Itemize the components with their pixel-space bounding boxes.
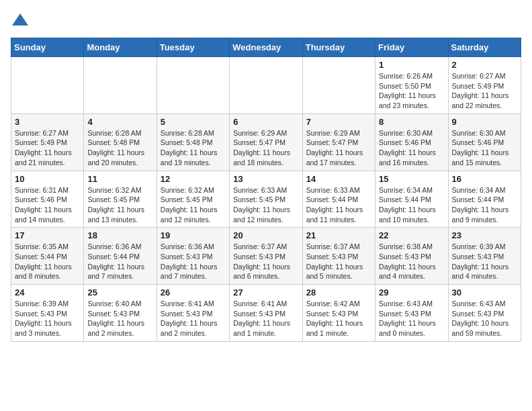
day-number: 13 bbox=[233, 174, 298, 184]
day-info: Sunrise: 6:27 AMSunset: 5:49 PMDaylight:… bbox=[15, 128, 80, 168]
day-info: Sunrise: 6:29 AMSunset: 5:47 PMDaylight:… bbox=[306, 128, 371, 168]
calendar-cell: 24Sunrise: 6:39 AMSunset: 5:43 PMDayligh… bbox=[11, 285, 84, 342]
calendar-header-row: SundayMondayTuesdayWednesdayThursdayFrid… bbox=[11, 38, 521, 57]
calendar-cell: 18Sunrise: 6:36 AMSunset: 5:44 PMDayligh… bbox=[84, 228, 157, 285]
calendar-cell bbox=[230, 57, 302, 114]
calendar-cell: 26Sunrise: 6:41 AMSunset: 5:43 PMDayligh… bbox=[157, 285, 229, 342]
day-number: 12 bbox=[161, 174, 226, 184]
day-info: Sunrise: 6:31 AMSunset: 5:46 PMDaylight:… bbox=[15, 185, 80, 225]
calendar-cell bbox=[11, 57, 84, 114]
calendar-cell: 12Sunrise: 6:32 AMSunset: 5:45 PMDayligh… bbox=[157, 171, 229, 228]
day-number: 30 bbox=[452, 287, 517, 298]
calendar-cell: 14Sunrise: 6:33 AMSunset: 5:44 PMDayligh… bbox=[302, 171, 375, 228]
day-info: Sunrise: 6:30 AMSunset: 5:46 PMDaylight:… bbox=[379, 128, 444, 168]
day-number: 4 bbox=[87, 117, 152, 127]
day-number: 22 bbox=[379, 230, 444, 240]
calendar-cell: 7Sunrise: 6:29 AMSunset: 5:47 PMDaylight… bbox=[302, 113, 375, 171]
calendar-cell: 22Sunrise: 6:38 AMSunset: 5:43 PMDayligh… bbox=[375, 228, 448, 285]
day-info: Sunrise: 6:38 AMSunset: 5:43 PMDaylight:… bbox=[379, 242, 444, 281]
calendar-header-monday: Monday bbox=[84, 38, 157, 57]
day-number: 7 bbox=[306, 117, 371, 127]
day-info: Sunrise: 6:39 AMSunset: 5:43 PMDaylight:… bbox=[452, 242, 517, 281]
day-info: Sunrise: 6:34 AMSunset: 5:44 PMDaylight:… bbox=[452, 185, 517, 225]
day-info: Sunrise: 6:35 AMSunset: 5:44 PMDaylight:… bbox=[15, 242, 80, 281]
day-info: Sunrise: 6:40 AMSunset: 5:43 PMDaylight:… bbox=[87, 299, 152, 338]
day-number: 25 bbox=[87, 287, 152, 298]
logo-icon bbox=[11, 11, 30, 30]
page-header bbox=[11, 11, 521, 30]
calendar-cell: 28Sunrise: 6:42 AMSunset: 5:43 PMDayligh… bbox=[302, 285, 375, 342]
calendar-cell: 27Sunrise: 6:41 AMSunset: 5:43 PMDayligh… bbox=[230, 285, 302, 342]
calendar-cell: 4Sunrise: 6:28 AMSunset: 5:48 PMDaylight… bbox=[84, 113, 157, 171]
day-info: Sunrise: 6:37 AMSunset: 5:43 PMDaylight:… bbox=[306, 242, 371, 281]
day-number: 15 bbox=[379, 174, 444, 184]
day-info: Sunrise: 6:42 AMSunset: 5:43 PMDaylight:… bbox=[306, 299, 371, 338]
calendar-cell: 5Sunrise: 6:28 AMSunset: 5:48 PMDaylight… bbox=[157, 113, 229, 171]
calendar-cell: 25Sunrise: 6:40 AMSunset: 5:43 PMDayligh… bbox=[84, 285, 157, 342]
calendar-cell: 29Sunrise: 6:43 AMSunset: 5:43 PMDayligh… bbox=[375, 285, 448, 342]
day-number: 8 bbox=[379, 117, 444, 127]
calendar-cell: 6Sunrise: 6:29 AMSunset: 5:47 PMDaylight… bbox=[230, 113, 302, 171]
calendar-cell: 17Sunrise: 6:35 AMSunset: 5:44 PMDayligh… bbox=[11, 228, 84, 285]
day-number: 26 bbox=[161, 287, 226, 298]
day-number: 6 bbox=[233, 117, 298, 127]
day-number: 14 bbox=[306, 174, 371, 184]
day-number: 10 bbox=[15, 174, 80, 184]
calendar-week-4: 17Sunrise: 6:35 AMSunset: 5:44 PMDayligh… bbox=[11, 228, 521, 285]
day-info: Sunrise: 6:29 AMSunset: 5:47 PMDaylight:… bbox=[233, 128, 298, 168]
day-info: Sunrise: 6:41 AMSunset: 5:43 PMDaylight:… bbox=[233, 299, 298, 338]
calendar-cell bbox=[302, 57, 375, 114]
svg-marker-0 bbox=[12, 13, 28, 26]
day-info: Sunrise: 6:26 AMSunset: 5:50 PMDaylight:… bbox=[379, 71, 444, 111]
day-info: Sunrise: 6:27 AMSunset: 5:49 PMDaylight:… bbox=[452, 71, 517, 111]
calendar-week-1: 1Sunrise: 6:26 AMSunset: 5:50 PMDaylight… bbox=[11, 57, 521, 114]
day-number: 29 bbox=[379, 287, 444, 298]
day-info: Sunrise: 6:28 AMSunset: 5:48 PMDaylight:… bbox=[161, 128, 226, 168]
day-info: Sunrise: 6:39 AMSunset: 5:43 PMDaylight:… bbox=[15, 299, 80, 338]
day-number: 16 bbox=[452, 174, 517, 184]
day-number: 23 bbox=[452, 230, 517, 240]
calendar-cell: 10Sunrise: 6:31 AMSunset: 5:46 PMDayligh… bbox=[11, 171, 84, 228]
calendar-cell: 21Sunrise: 6:37 AMSunset: 5:43 PMDayligh… bbox=[302, 228, 375, 285]
day-info: Sunrise: 6:33 AMSunset: 5:45 PMDaylight:… bbox=[233, 185, 298, 225]
day-info: Sunrise: 6:37 AMSunset: 5:43 PMDaylight:… bbox=[233, 242, 298, 281]
calendar-cell: 9Sunrise: 6:30 AMSunset: 5:46 PMDaylight… bbox=[448, 113, 521, 171]
calendar-header-tuesday: Tuesday bbox=[157, 38, 229, 57]
calendar-cell: 8Sunrise: 6:30 AMSunset: 5:46 PMDaylight… bbox=[375, 113, 448, 171]
day-info: Sunrise: 6:36 AMSunset: 5:43 PMDaylight:… bbox=[161, 242, 226, 281]
calendar-cell bbox=[84, 57, 157, 114]
calendar-header-friday: Friday bbox=[375, 38, 448, 57]
day-info: Sunrise: 6:43 AMSunset: 5:43 PMDaylight:… bbox=[452, 299, 517, 338]
calendar-cell: 3Sunrise: 6:27 AMSunset: 5:49 PMDaylight… bbox=[11, 113, 84, 171]
day-number: 1 bbox=[379, 60, 444, 70]
calendar-table: SundayMondayTuesdayWednesdayThursdayFrid… bbox=[11, 38, 521, 342]
day-number: 11 bbox=[87, 174, 152, 184]
calendar-header-sunday: Sunday bbox=[11, 38, 84, 57]
day-info: Sunrise: 6:43 AMSunset: 5:43 PMDaylight:… bbox=[379, 299, 444, 338]
day-info: Sunrise: 6:32 AMSunset: 5:45 PMDaylight:… bbox=[161, 185, 226, 225]
day-info: Sunrise: 6:28 AMSunset: 5:48 PMDaylight:… bbox=[87, 128, 152, 168]
calendar-cell: 2Sunrise: 6:27 AMSunset: 5:49 PMDaylight… bbox=[448, 57, 521, 114]
calendar-week-5: 24Sunrise: 6:39 AMSunset: 5:43 PMDayligh… bbox=[11, 285, 521, 342]
calendar-cell: 20Sunrise: 6:37 AMSunset: 5:43 PMDayligh… bbox=[230, 228, 302, 285]
day-number: 9 bbox=[452, 117, 517, 127]
day-number: 21 bbox=[306, 230, 371, 240]
calendar-cell: 16Sunrise: 6:34 AMSunset: 5:44 PMDayligh… bbox=[448, 171, 521, 228]
day-number: 5 bbox=[161, 117, 226, 127]
calendar-week-2: 3Sunrise: 6:27 AMSunset: 5:49 PMDaylight… bbox=[11, 113, 521, 171]
day-info: Sunrise: 6:30 AMSunset: 5:46 PMDaylight:… bbox=[452, 128, 517, 168]
day-info: Sunrise: 6:34 AMSunset: 5:44 PMDaylight:… bbox=[379, 185, 444, 225]
calendar-header-thursday: Thursday bbox=[302, 38, 375, 57]
day-number: 19 bbox=[161, 230, 226, 240]
calendar-header-wednesday: Wednesday bbox=[230, 38, 302, 57]
day-info: Sunrise: 6:36 AMSunset: 5:44 PMDaylight:… bbox=[87, 242, 152, 281]
day-number: 27 bbox=[233, 287, 298, 298]
calendar-week-3: 10Sunrise: 6:31 AMSunset: 5:46 PMDayligh… bbox=[11, 171, 521, 228]
day-number: 20 bbox=[233, 230, 298, 240]
day-number: 24 bbox=[15, 287, 80, 298]
day-number: 17 bbox=[15, 230, 80, 240]
calendar-cell: 11Sunrise: 6:32 AMSunset: 5:45 PMDayligh… bbox=[84, 171, 157, 228]
day-info: Sunrise: 6:32 AMSunset: 5:45 PMDaylight:… bbox=[87, 185, 152, 225]
calendar-header-saturday: Saturday bbox=[448, 38, 521, 57]
calendar-cell: 19Sunrise: 6:36 AMSunset: 5:43 PMDayligh… bbox=[157, 228, 229, 285]
